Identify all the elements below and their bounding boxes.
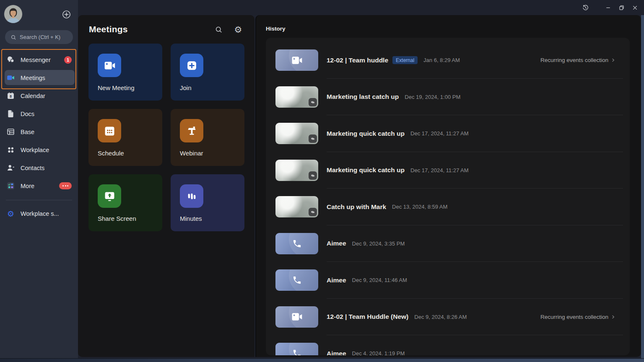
sidebar-item-label: Messenger xyxy=(21,57,51,63)
phone-icon xyxy=(292,239,302,248)
sidebar-item-label: Workplace s... xyxy=(21,210,59,217)
phone-thumbnail xyxy=(275,233,318,254)
phone-thumbnail xyxy=(275,269,318,291)
meeting-title: Aimee xyxy=(327,350,346,355)
workplace-dots-icon xyxy=(6,145,15,154)
minutes-thumbnail xyxy=(275,196,318,217)
sidebar-item-label: Base xyxy=(21,129,34,135)
sidebar-item-docs[interactable]: Docs xyxy=(0,105,78,123)
recurring-events-label: Recurring events collection xyxy=(540,314,608,320)
tile-label: Webinar xyxy=(180,150,203,157)
screen-share-icon xyxy=(98,184,121,208)
minutes-thumbnail xyxy=(275,86,318,108)
sidebar-item-calendar[interactable]: 8Calendar xyxy=(0,87,78,105)
tile-new-meeting[interactable]: New Meeting xyxy=(88,44,162,101)
tile-webinar[interactable]: Webinar xyxy=(171,109,244,166)
sidebar-item-label: Meetings xyxy=(21,75,45,81)
history-row[interactable]: 12-02 | Team huddleExternalJan 6, 8:29 A… xyxy=(266,42,630,79)
gear-icon: ⚙ xyxy=(6,210,15,218)
history-title: History xyxy=(266,26,286,32)
video-camera-icon xyxy=(291,54,303,67)
sidebar-item-label: Workplace xyxy=(21,147,49,153)
maximize-restore-button[interactable] xyxy=(615,2,628,13)
history-row[interactable]: Marketing quick catch upDec 17, 2024, 11… xyxy=(266,152,630,189)
phone-thumbnail xyxy=(275,343,318,355)
sidebar-item-contacts[interactable]: Contacts xyxy=(0,159,78,177)
search-icon[interactable] xyxy=(214,25,223,34)
history-row[interactable]: Catch up with MarkDec 13, 2024, 8:59 AM xyxy=(266,189,630,225)
calendar-dots-icon xyxy=(98,119,121,142)
more-apps-icon xyxy=(6,181,15,190)
sidebar-item-workplace[interactable]: Workplace xyxy=(0,141,78,159)
history-row[interactable]: AimeeDec 9, 2024, 11:46 AM xyxy=(266,262,630,299)
sidebar-item-meetings[interactable]: Meetings xyxy=(0,69,78,87)
video-camera-icon xyxy=(291,310,303,323)
history-row[interactable]: AimeeDec 9, 2024, 3:35 PM xyxy=(266,225,630,262)
calendar-icon: 8 xyxy=(6,91,15,100)
history-row[interactable]: AimeeDec 4, 2024, 1:19 PM xyxy=(266,335,630,355)
unread-count-badge: 1 xyxy=(64,56,72,64)
search-placeholder: Search (Ctrl + K) xyxy=(20,34,60,40)
meeting-title: 12-02 | Team huddle xyxy=(327,57,388,64)
video-thumbnail xyxy=(275,49,318,71)
page-title: Meetings xyxy=(89,24,214,34)
settings-gear-icon[interactable]: ⚙ xyxy=(234,25,243,34)
meeting-action-tiles: New Meeting Join Schedule Webinar Share … xyxy=(88,44,244,231)
svg-text:8: 8 xyxy=(10,94,12,98)
tile-minutes[interactable]: Minutes xyxy=(171,174,244,231)
videocam-icon xyxy=(98,54,121,77)
recurring-events-link[interactable]: Recurring events collection xyxy=(540,57,615,63)
sidebar-item-more[interactable]: More xyxy=(0,177,78,195)
contacts-icon xyxy=(6,163,15,172)
meeting-title: Marketing quick catch up xyxy=(327,130,405,137)
phone-icon xyxy=(292,275,302,285)
meeting-title: Marketing quick catch up xyxy=(327,166,405,174)
sidebar-item-label: Docs xyxy=(21,111,34,117)
sidebar-item-label: More xyxy=(21,183,34,189)
sidebar-item-label: Calendar xyxy=(21,93,45,99)
minutes-scribble-icon xyxy=(180,184,203,208)
history-row[interactable]: Marketing last catch upDec 19, 2024, 1:0… xyxy=(266,79,630,116)
tile-share-screen[interactable]: Share Screen xyxy=(88,174,162,231)
sidebar-item-label: Contacts xyxy=(21,165,44,171)
tile-label: Share Screen xyxy=(98,215,136,222)
podium-icon xyxy=(180,119,203,142)
sidebar-item-base[interactable]: Base xyxy=(0,123,78,141)
recurring-events-link[interactable]: Recurring events collection xyxy=(540,314,615,320)
meeting-title: Marketing last catch up xyxy=(327,93,399,101)
add-plus-icon[interactable] xyxy=(62,10,71,19)
video-camera-color-icon xyxy=(6,73,15,82)
docs-icon xyxy=(6,109,15,118)
minutes-badge-icon xyxy=(309,171,317,180)
meeting-timestamp: Dec 17, 2024, 11:27 AM xyxy=(410,130,469,137)
close-button[interactable] xyxy=(628,2,641,13)
titlebar xyxy=(78,0,644,15)
sidebar-item-messenger[interactable]: Messenger1 xyxy=(0,51,78,69)
search-input[interactable]: Search (Ctrl + K) xyxy=(5,30,73,44)
history-icon[interactable] xyxy=(579,2,592,13)
history-row[interactable]: 12-02 | Team Huddle (New)Dec 9, 2024, 8:… xyxy=(266,299,630,336)
tile-schedule[interactable]: Schedule xyxy=(88,109,162,166)
history-row[interactable]: Marketing quick catch upDec 17, 2024, 11… xyxy=(266,115,630,152)
minutes-thumbnail xyxy=(275,160,318,181)
tile-join[interactable]: Join xyxy=(171,44,244,101)
meeting-timestamp: Dec 4, 2024, 1:19 PM xyxy=(352,350,405,355)
meeting-title: 12-02 | Team Huddle (New) xyxy=(327,313,408,321)
minimize-button[interactable] xyxy=(601,2,615,13)
more-dots-badge xyxy=(59,182,72,189)
sidebar-item-workplace-settings[interactable]: ⚙ Workplace s... xyxy=(0,206,78,221)
search-icon xyxy=(10,34,16,40)
video-thumbnail xyxy=(275,306,318,328)
meeting-title: Catch up with Mark xyxy=(327,203,386,211)
window-bottom-edge xyxy=(0,358,644,362)
external-badge: External xyxy=(392,56,418,64)
chevron-right-icon xyxy=(611,58,615,62)
meeting-timestamp: Dec 19, 2024, 1:00 PM xyxy=(405,94,460,100)
minutes-badge-icon xyxy=(309,134,317,143)
sidebar-divider xyxy=(6,200,72,200)
minutes-badge-icon xyxy=(309,208,317,216)
history-card: 12-02 | Team huddleExternalJan 6, 8:29 A… xyxy=(266,38,630,355)
tile-label: Minutes xyxy=(180,215,202,222)
meeting-timestamp: Jan 6, 8:29 AM xyxy=(423,57,460,63)
user-avatar[interactable] xyxy=(4,5,22,23)
